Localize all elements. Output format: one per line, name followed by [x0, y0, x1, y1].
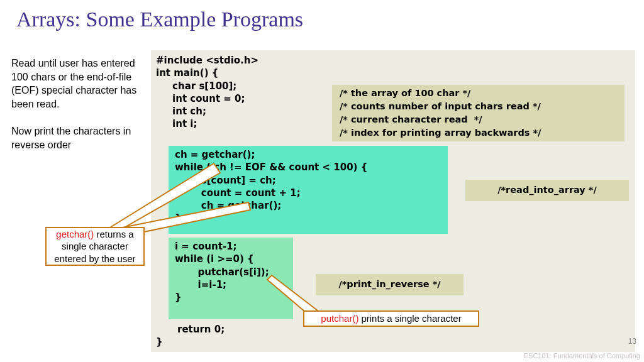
- callout-getchar: getchar() returns a single character ent…: [45, 227, 145, 266]
- svg-marker-2: [267, 275, 321, 315]
- callout-putchar: putchar() prints a single character: [303, 310, 479, 327]
- putchar-fn: putchar(): [321, 312, 358, 325]
- putchar-txt: prints a single character: [361, 312, 461, 325]
- footer-course: ESC101: Fundamentals of Computing: [524, 352, 640, 359]
- getchar-fn: getchar(): [56, 229, 94, 239]
- callout-arrows: [0, 0, 644, 362]
- page-number: 13: [628, 337, 636, 346]
- callout-getchar-line: getchar() returns a single character ent…: [50, 228, 140, 265]
